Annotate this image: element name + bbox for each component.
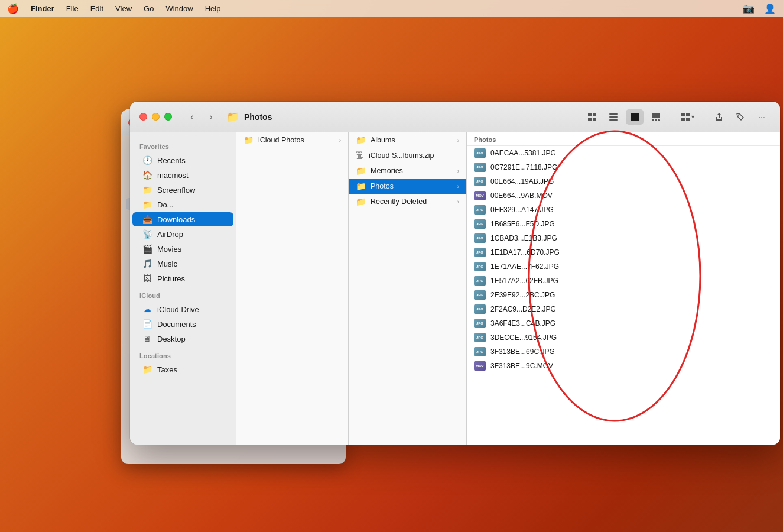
sidebar-item-icloud-desktop[interactable]: 🖥 Desktop	[132, 332, 233, 346]
icloud-photos-icon: 📁	[243, 135, 254, 145]
sidebar-label-icloud-documents: Documents	[157, 320, 196, 329]
file-name: 0AECAA...5381.JPG	[490, 149, 556, 157]
close-button[interactable]	[139, 113, 147, 121]
file-item[interactable]: JPG3DECCE...9154.JPG	[467, 330, 780, 345]
view-column-button[interactable]	[626, 109, 644, 125]
more-button[interactable]: ···	[753, 109, 771, 125]
sidebar-item-downloads[interactable]: 📥 Downloads	[132, 212, 233, 226]
view-list-button[interactable]	[605, 109, 622, 125]
file-item[interactable]: JPG1E71AAE...7F62.JPG	[467, 259, 780, 274]
airdrop-icon: 📡	[142, 229, 152, 239]
menubar: 🍎 Finder File Edit View Go Window Help 📷…	[0, 0, 783, 17]
file-icon-jpg: JPG	[474, 304, 486, 314]
pane-item-recently-deleted[interactable]: 📁 Recently Deleted ›	[349, 194, 466, 209]
file-item[interactable]: JPG3F313BE...69C.JPG	[467, 345, 780, 359]
sidebar-item-macmost[interactable]: 🏠 macmost	[132, 168, 233, 182]
file-item[interactable]: JPG0C7291E...7118.JPG	[467, 160, 780, 174]
file-item[interactable]: JPG1CBAD3...E1B3.JPG	[467, 231, 780, 245]
svg-rect-2	[588, 118, 592, 121]
apple-menu[interactable]: 🍎	[7, 3, 19, 14]
photos-label: Photos	[371, 182, 453, 190]
file-item[interactable]: JPG0EF329...A147.JPG	[467, 203, 780, 217]
sidebar-item-recents[interactable]: 🕐 Recents	[132, 153, 233, 167]
file-item[interactable]: JPG2E39E92...2BC.JPG	[467, 288, 780, 302]
sidebar-label-macmost: macmost	[157, 171, 189, 180]
menu-go[interactable]: Go	[144, 4, 154, 13]
file-item[interactable]: JPG0AECAA...5381.JPG	[467, 146, 780, 160]
pane-item-icloud-albums-zip[interactable]: 🗜 iCloud S...lbums.zip	[349, 148, 466, 163]
svg-rect-13	[658, 119, 660, 121]
sidebar-item-airdrop[interactable]: 📡 AirDrop	[132, 227, 233, 241]
app-name[interactable]: Finder	[31, 4, 54, 13]
file-name: 00E664...9AB.MOV	[490, 192, 553, 200]
sidebar-label-pictures: Pictures	[157, 274, 185, 283]
menubar-user-icon[interactable]: 👤	[764, 3, 776, 14]
svg-rect-12	[655, 119, 657, 121]
pane-item-icloud-photos[interactable]: 📁 iCloud Photos ›	[236, 132, 348, 148]
file-icon-jpg: JPG	[474, 163, 486, 172]
sidebar-item-music[interactable]: 🎵 Music	[132, 257, 233, 271]
recents-icon: 🕐	[142, 155, 152, 165]
menu-window[interactable]: Window	[165, 4, 193, 13]
back-button[interactable]: ‹	[184, 109, 200, 125]
sidebar-label-movies: Movies	[157, 245, 181, 254]
file-pane-header: Photos	[467, 132, 780, 146]
file-icon-jpg: JPG	[474, 219, 486, 229]
downloads-icon: 📥	[142, 215, 152, 224]
minimize-button[interactable]	[152, 113, 160, 121]
toolbar-sep-2	[704, 111, 704, 123]
file-item[interactable]: JPG00E664...19AB.JPG	[467, 174, 780, 189]
pane-item-memories[interactable]: 📁 Memories ›	[349, 163, 466, 179]
svg-rect-3	[593, 118, 596, 121]
sidebar-label-taxes: Taxes	[157, 365, 177, 374]
file-icon-jpg: JPG	[474, 347, 486, 356]
favorites-label: Favorites	[130, 137, 236, 153]
music-icon: 🎵	[142, 259, 152, 268]
window-content: Favorites 🕐 Recents 🏠 macmost 📁 Screenfl…	[130, 132, 780, 445]
file-item[interactable]: JPG1B685E6...F5D.JPG	[467, 217, 780, 231]
pane-1: 📁 iCloud Photos ›	[236, 132, 349, 445]
file-icon-jpg: JPG	[474, 319, 486, 328]
file-item[interactable]: MOV3F313BE...9C.MOV	[467, 359, 780, 373]
share-button[interactable]	[710, 109, 728, 125]
file-name: 2F2AC9...D2E2.JPG	[490, 305, 556, 313]
svg-rect-14	[681, 113, 685, 116]
albums-icon: 📁	[356, 135, 366, 145]
sidebar-item-pictures[interactable]: 🖼 Pictures	[132, 271, 233, 286]
menu-file[interactable]: File	[66, 4, 79, 13]
file-icon-jpg: JPG	[474, 262, 486, 271]
sidebar-item-icloud-documents[interactable]: 📄 Documents	[132, 317, 233, 331]
toolbar-sep-1	[671, 111, 671, 123]
menu-help[interactable]: Help	[205, 4, 221, 13]
file-icon-mov: MOV	[474, 361, 486, 371]
view-gallery-button[interactable]	[647, 109, 665, 125]
sidebar-item-documents[interactable]: 📁 Do...	[132, 197, 233, 212]
svg-point-18	[738, 115, 739, 116]
pane-item-photos[interactable]: 📁 Photos ›	[349, 179, 466, 194]
file-item[interactable]: MOV00E664...9AB.MOV	[467, 189, 780, 203]
file-item[interactable]: JPG3A6F4E3...C4B.JPG	[467, 316, 780, 330]
sidebar-item-movies[interactable]: 🎬 Movies	[132, 242, 233, 256]
pane-item-albums[interactable]: 📁 Albums ›	[349, 132, 466, 148]
maximize-button[interactable]	[164, 113, 172, 121]
group-view-button[interactable]: ▾	[677, 111, 698, 124]
tag-button[interactable]	[732, 109, 749, 125]
svg-rect-16	[681, 118, 685, 121]
menubar-camera-icon[interactable]: 📷	[743, 3, 755, 14]
view-icon-button[interactable]	[583, 109, 601, 125]
file-name: 3DECCE...9154.JPG	[490, 333, 557, 342]
menu-edit[interactable]: Edit	[90, 4, 103, 13]
forward-button[interactable]: ›	[203, 109, 219, 125]
file-item[interactable]: JPG2F2AC9...D2E2.JPG	[467, 302, 780, 316]
file-item[interactable]: JPG1E1DA17...6D70.JPG	[467, 245, 780, 259]
file-name: 0C7291E...7118.JPG	[490, 163, 557, 171]
sidebar-label-screenflow: Screenflow	[157, 186, 195, 194]
sidebar-item-taxes[interactable]: 📁 Taxes	[132, 362, 233, 377]
file-item[interactable]: JPG1E517A2...62FB.JPG	[467, 274, 780, 288]
file-pane: Photos JPG0AECAA...5381.JPGJPG0C7291E...…	[467, 132, 780, 445]
sidebar-label-icloud-desktop: Desktop	[157, 335, 186, 343]
menu-view[interactable]: View	[115, 4, 132, 13]
screenflow-icon: 📁	[142, 185, 152, 194]
sidebar-item-screenflow[interactable]: 📁 Screenflow	[132, 183, 233, 197]
sidebar-item-icloud-drive[interactable]: ☁ iCloud Drive	[132, 302, 233, 316]
